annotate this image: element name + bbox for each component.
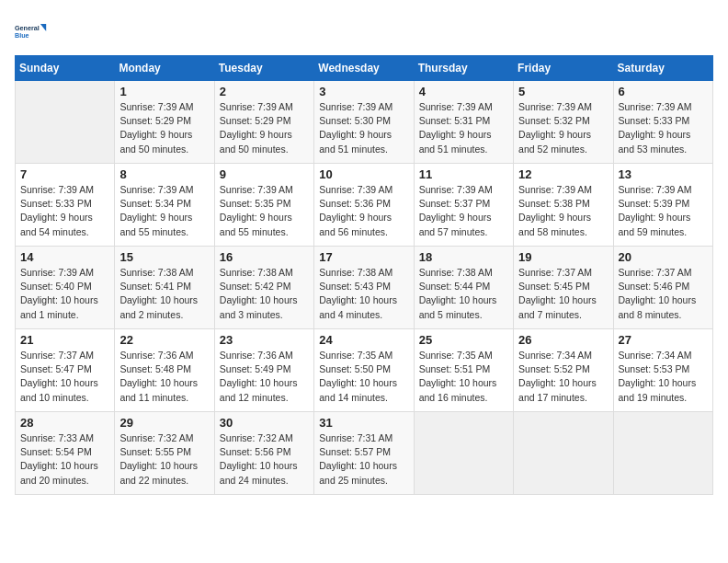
day-number: 26: [518, 333, 608, 347]
day-number: 29: [119, 416, 209, 430]
calendar-cell: 3Sunrise: 7:39 AMSunset: 5:30 PMDaylight…: [314, 81, 414, 164]
calendar-cell: 27Sunrise: 7:34 AMSunset: 5:53 PMDayligh…: [613, 329, 712, 412]
day-info: Sunrise: 7:39 AMSunset: 5:31 PMDaylight:…: [419, 100, 508, 156]
calendar-cell: 28Sunrise: 7:33 AMSunset: 5:54 PMDayligh…: [16, 412, 115, 495]
calendar-cell: 1Sunrise: 7:39 AMSunset: 5:29 PMDaylight…: [115, 81, 214, 164]
day-info: Sunrise: 7:34 AMSunset: 5:53 PMDaylight:…: [619, 349, 708, 405]
calendar-cell: 2Sunrise: 7:39 AMSunset: 5:29 PMDaylight…: [214, 81, 313, 164]
calendar-cell: 20Sunrise: 7:37 AMSunset: 5:46 PMDayligh…: [613, 247, 712, 329]
calendar-cell: 21Sunrise: 7:37 AMSunset: 5:47 PMDayligh…: [16, 329, 115, 412]
day-number: 8: [119, 167, 209, 181]
calendar-cell: 19Sunrise: 7:37 AMSunset: 5:45 PMDayligh…: [514, 247, 613, 329]
day-info: Sunrise: 7:37 AMSunset: 5:47 PMDaylight:…: [20, 349, 109, 405]
day-number: 7: [20, 167, 109, 181]
day-info: Sunrise: 7:39 AMSunset: 5:36 PMDaylight:…: [319, 183, 408, 239]
day-number: 1: [119, 85, 209, 98]
day-info: Sunrise: 7:39 AMSunset: 5:37 PMDaylight:…: [419, 183, 508, 239]
day-number: 10: [319, 167, 408, 181]
calendar-cell: 12Sunrise: 7:39 AMSunset: 5:38 PMDayligh…: [514, 164, 613, 247]
week-row-1: 1Sunrise: 7:39 AMSunset: 5:29 PMDaylight…: [16, 81, 713, 164]
day-info: Sunrise: 7:39 AMSunset: 5:30 PMDaylight:…: [319, 100, 408, 156]
calendar-cell: 24Sunrise: 7:35 AMSunset: 5:50 PMDayligh…: [314, 329, 414, 412]
day-number: 11: [419, 167, 508, 181]
calendar-table: SundayMondayTuesdayWednesdayThursdayFrid…: [15, 55, 713, 495]
day-info: Sunrise: 7:34 AMSunset: 5:52 PMDaylight:…: [518, 349, 608, 405]
day-number: 31: [319, 416, 408, 430]
calendar-cell: 15Sunrise: 7:38 AMSunset: 5:41 PMDayligh…: [115, 247, 214, 329]
calendar-cell: 18Sunrise: 7:38 AMSunset: 5:44 PMDayligh…: [414, 247, 513, 329]
svg-text:General: General: [15, 24, 40, 32]
calendar-cell: 30Sunrise: 7:32 AMSunset: 5:56 PMDayligh…: [214, 412, 313, 495]
calendar-cell: 8Sunrise: 7:39 AMSunset: 5:34 PMDaylight…: [115, 164, 214, 247]
calendar-cell: 14Sunrise: 7:39 AMSunset: 5:40 PMDayligh…: [16, 247, 115, 329]
calendar-cell: 11Sunrise: 7:39 AMSunset: 5:37 PMDayligh…: [414, 164, 513, 247]
day-number: 15: [119, 250, 209, 264]
calendar-cell: 23Sunrise: 7:36 AMSunset: 5:49 PMDayligh…: [214, 329, 313, 412]
day-info: Sunrise: 7:39 AMSunset: 5:33 PMDaylight:…: [20, 183, 109, 239]
day-info: Sunrise: 7:39 AMSunset: 5:33 PMDaylight:…: [619, 100, 708, 156]
week-row-2: 7Sunrise: 7:39 AMSunset: 5:33 PMDaylight…: [16, 164, 713, 247]
calendar-cell: [16, 81, 115, 164]
col-header-tuesday: Tuesday: [214, 56, 313, 81]
day-info: Sunrise: 7:38 AMSunset: 5:44 PMDaylight:…: [419, 266, 508, 322]
day-info: Sunrise: 7:39 AMSunset: 5:38 PMDaylight:…: [518, 183, 608, 239]
day-number: 21: [20, 333, 109, 347]
calendar-cell: 17Sunrise: 7:38 AMSunset: 5:43 PMDayligh…: [314, 247, 414, 329]
col-header-saturday: Saturday: [613, 56, 712, 81]
week-row-5: 28Sunrise: 7:33 AMSunset: 5:54 PMDayligh…: [16, 412, 713, 495]
day-number: 2: [220, 85, 309, 98]
day-info: Sunrise: 7:39 AMSunset: 5:29 PMDaylight:…: [220, 100, 309, 156]
day-info: Sunrise: 7:39 AMSunset: 5:34 PMDaylight:…: [119, 183, 209, 239]
day-info: Sunrise: 7:36 AMSunset: 5:49 PMDaylight:…: [220, 349, 309, 405]
day-number: 18: [419, 250, 508, 264]
day-number: 23: [220, 333, 309, 347]
col-header-wednesday: Wednesday: [314, 56, 414, 81]
calendar-cell: 5Sunrise: 7:39 AMSunset: 5:32 PMDaylight…: [514, 81, 613, 164]
day-info: Sunrise: 7:39 AMSunset: 5:40 PMDaylight:…: [20, 266, 109, 322]
day-info: Sunrise: 7:39 AMSunset: 5:32 PMDaylight:…: [518, 100, 608, 156]
calendar-cell: 26Sunrise: 7:34 AMSunset: 5:52 PMDayligh…: [514, 329, 613, 412]
calendar-cell: 4Sunrise: 7:39 AMSunset: 5:31 PMDaylight…: [414, 81, 513, 164]
week-row-4: 21Sunrise: 7:37 AMSunset: 5:47 PMDayligh…: [16, 329, 713, 412]
day-number: 22: [119, 333, 209, 347]
calendar-cell: 7Sunrise: 7:39 AMSunset: 5:33 PMDaylight…: [16, 164, 115, 247]
day-number: 14: [20, 250, 109, 264]
calendar-cell: 25Sunrise: 7:35 AMSunset: 5:51 PMDayligh…: [414, 329, 513, 412]
svg-marker-2: [40, 24, 46, 31]
day-number: 19: [518, 250, 608, 264]
day-info: Sunrise: 7:35 AMSunset: 5:50 PMDaylight:…: [319, 349, 408, 405]
day-number: 25: [419, 333, 508, 347]
day-info: Sunrise: 7:38 AMSunset: 5:41 PMDaylight:…: [119, 266, 209, 322]
day-number: 27: [619, 333, 708, 347]
day-info: Sunrise: 7:32 AMSunset: 5:56 PMDaylight:…: [220, 431, 309, 488]
calendar-cell: 9Sunrise: 7:39 AMSunset: 5:35 PMDaylight…: [214, 164, 313, 247]
calendar-cell: 6Sunrise: 7:39 AMSunset: 5:33 PMDaylight…: [613, 81, 712, 164]
day-info: Sunrise: 7:39 AMSunset: 5:29 PMDaylight:…: [119, 100, 209, 156]
day-info: Sunrise: 7:39 AMSunset: 5:35 PMDaylight:…: [220, 183, 309, 239]
logo-icon: GeneralBlue: [15, 15, 48, 48]
col-header-thursday: Thursday: [414, 56, 513, 81]
day-info: Sunrise: 7:37 AMSunset: 5:46 PMDaylight:…: [619, 266, 708, 322]
calendar-cell: 29Sunrise: 7:32 AMSunset: 5:55 PMDayligh…: [115, 412, 214, 495]
day-number: 20: [619, 250, 708, 264]
calendar-cell: 31Sunrise: 7:31 AMSunset: 5:57 PMDayligh…: [314, 412, 414, 495]
day-number: 3: [319, 85, 408, 98]
page-header: GeneralBlue: [15, 15, 713, 48]
calendar-header-row: SundayMondayTuesdayWednesdayThursdayFrid…: [16, 56, 713, 81]
day-number: 6: [619, 85, 708, 98]
day-info: Sunrise: 7:32 AMSunset: 5:55 PMDaylight:…: [119, 431, 209, 488]
logo: GeneralBlue: [15, 15, 48, 48]
day-info: Sunrise: 7:38 AMSunset: 5:43 PMDaylight:…: [319, 266, 408, 322]
calendar-cell: [514, 412, 613, 495]
day-info: Sunrise: 7:39 AMSunset: 5:39 PMDaylight:…: [619, 183, 708, 239]
svg-text:Blue: Blue: [15, 31, 29, 40]
day-info: Sunrise: 7:31 AMSunset: 5:57 PMDaylight:…: [319, 431, 408, 488]
calendar-cell: 13Sunrise: 7:39 AMSunset: 5:39 PMDayligh…: [613, 164, 712, 247]
day-number: 13: [619, 167, 708, 181]
day-number: 24: [319, 333, 408, 347]
day-number: 17: [319, 250, 408, 264]
day-number: 4: [419, 85, 508, 98]
col-header-monday: Monday: [115, 56, 214, 81]
day-info: Sunrise: 7:36 AMSunset: 5:48 PMDaylight:…: [119, 349, 209, 405]
day-number: 9: [220, 167, 309, 181]
